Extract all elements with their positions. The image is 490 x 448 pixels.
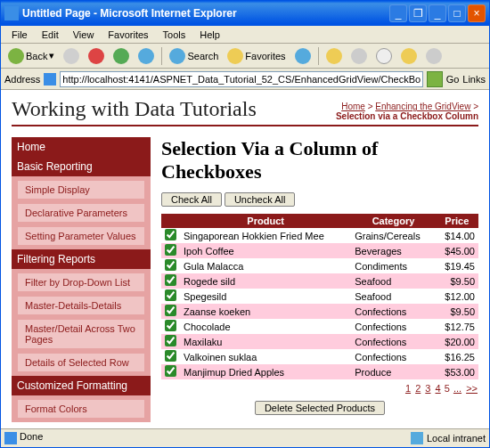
- minimize2-button[interactable]: _: [429, 4, 446, 22]
- cell-product: Maxilaku: [180, 334, 351, 349]
- address-input[interactable]: [60, 71, 422, 87]
- cell-category: Confections: [351, 319, 435, 334]
- breadcrumb-enhancing[interactable]: Enhancing the GridView: [375, 102, 470, 111]
- stop-button[interactable]: [85, 46, 108, 66]
- cell-price: $53.00: [436, 364, 478, 379]
- address-bar: Address Go Links: [1, 69, 489, 90]
- go-button[interactable]: [427, 71, 443, 87]
- pager-page[interactable]: 1: [404, 383, 412, 394]
- favorites-button[interactable]: Favorites: [224, 46, 289, 66]
- toolbar: Back ▾ Search Favorites: [1, 44, 489, 69]
- delete-selected-button[interactable]: Delete Selected Products: [255, 401, 385, 415]
- cell-product: Chocolade: [180, 319, 351, 334]
- history-icon: [295, 48, 311, 64]
- go-label: Go: [446, 74, 460, 85]
- products-table: Product Category Price Singaporean Hokki…: [161, 214, 478, 379]
- cell-price: $19.45: [436, 258, 478, 273]
- pager-page[interactable]: 3: [424, 383, 431, 394]
- back-button[interactable]: Back ▾: [4, 46, 58, 66]
- header-category: Category: [351, 214, 435, 228]
- home-button[interactable]: [135, 46, 158, 66]
- restore-button[interactable]: ❐: [409, 4, 427, 22]
- sidebar-section[interactable]: Customized Formatting: [12, 376, 151, 395]
- sidebar-item[interactable]: Filter by Drop-Down List: [17, 273, 145, 292]
- pager-next[interactable]: >>: [465, 383, 478, 394]
- menu-help[interactable]: Help: [192, 28, 227, 42]
- forward-button[interactable]: [60, 46, 83, 66]
- refresh-button[interactable]: [110, 46, 133, 66]
- cell-product: Singaporean Hokkien Fried Mee: [180, 228, 351, 243]
- table-row: Gula MalaccaCondiments$19.45: [161, 258, 478, 273]
- status-zone: Local intranet: [427, 433, 486, 444]
- refresh-icon: [113, 48, 129, 64]
- menu-edit[interactable]: Edit: [35, 28, 66, 42]
- table-row: Singaporean Hokkien Fried MeeGrains/Cere…: [161, 228, 478, 243]
- edit-button[interactable]: [372, 46, 396, 66]
- cell-price: $45.00: [436, 243, 478, 258]
- cell-price: $12.00: [436, 289, 478, 304]
- menu-file[interactable]: File: [4, 28, 35, 42]
- cell-product: Zaanse koeken: [180, 304, 351, 319]
- cell-category: Confections: [351, 304, 435, 319]
- cell-price: $9.50: [436, 273, 478, 289]
- menu-tools[interactable]: Tools: [156, 28, 193, 42]
- row-checkbox[interactable]: [165, 259, 176, 271]
- close-button[interactable]: ×: [468, 4, 486, 22]
- menubar: File Edit View Favorites Tools Help: [1, 26, 489, 44]
- minimize-button[interactable]: _: [389, 4, 407, 22]
- sidebar-section[interactable]: Filtering Reports: [12, 249, 151, 269]
- cell-product: Gula Malacca: [180, 258, 351, 273]
- page-icon: [44, 73, 56, 86]
- search-button[interactable]: Search: [166, 46, 222, 66]
- print-icon: [351, 48, 367, 64]
- row-checkbox[interactable]: [165, 335, 176, 346]
- row-checkbox[interactable]: [165, 229, 176, 240]
- menu-view[interactable]: View: [66, 28, 102, 42]
- check-all-button[interactable]: Check All: [161, 192, 222, 207]
- mail-icon: [326, 48, 342, 64]
- breadcrumb-home[interactable]: Home: [341, 102, 365, 111]
- table-row: MaxilakuConfections$20.00: [161, 334, 478, 349]
- row-checkbox[interactable]: [165, 320, 176, 331]
- row-checkbox[interactable]: [165, 289, 176, 301]
- cell-price: $20.00: [436, 334, 478, 349]
- sidebar-item[interactable]: Simple Display: [17, 180, 145, 200]
- pager-ellipsis[interactable]: ...: [453, 383, 462, 394]
- favorites-label: Favorites: [245, 51, 285, 61]
- cell-price: $16.25: [436, 349, 478, 364]
- row-checkbox[interactable]: [165, 244, 176, 256]
- sidebar-item[interactable]: Declarative Parameters: [17, 203, 145, 223]
- pager-page[interactable]: 2: [414, 383, 421, 394]
- pager-page[interactable]: 4: [435, 383, 442, 394]
- cell-category: Confections: [351, 349, 435, 364]
- sidebar-item[interactable]: Master/Detail Across Two Pages: [17, 319, 145, 349]
- header-price: Price: [436, 214, 478, 228]
- uncheck-all-button[interactable]: Uncheck All: [225, 192, 295, 207]
- print-button[interactable]: [347, 46, 371, 66]
- sidebar-item[interactable]: Master-Details-Details: [17, 296, 145, 315]
- menu-favorites[interactable]: Favorites: [101, 28, 155, 42]
- discuss-button[interactable]: [397, 46, 421, 66]
- maximize-button[interactable]: □: [448, 4, 466, 22]
- sidebar-item[interactable]: Setting Parameter Values: [17, 226, 145, 246]
- mail-button[interactable]: [323, 46, 346, 66]
- separator: [161, 47, 162, 65]
- favorites-icon: [227, 48, 243, 64]
- row-checkbox[interactable]: [165, 305, 176, 316]
- cell-category: Beverages: [351, 243, 435, 258]
- row-checkbox[interactable]: [165, 274, 176, 286]
- table-row: Ipoh CoffeeBeverages$45.00: [161, 243, 478, 258]
- sidebar-item[interactable]: Details of Selected Row: [17, 353, 145, 372]
- row-checkbox[interactable]: [165, 365, 176, 377]
- cell-product: Manjimup Dried Apples: [180, 364, 351, 379]
- history-button[interactable]: [291, 46, 314, 66]
- sidebar-item[interactable]: Format Colors: [17, 399, 145, 419]
- edit-icon: [376, 48, 392, 64]
- row-checkbox[interactable]: [165, 350, 176, 362]
- links-label[interactable]: Links: [462, 74, 486, 85]
- sidebar-section[interactable]: Basic Reporting: [12, 157, 151, 176]
- status-done: Done: [20, 431, 43, 442]
- research-button[interactable]: [422, 46, 445, 66]
- cell-category: Produce: [351, 364, 435, 379]
- sidebar-section[interactable]: Home: [12, 137, 151, 157]
